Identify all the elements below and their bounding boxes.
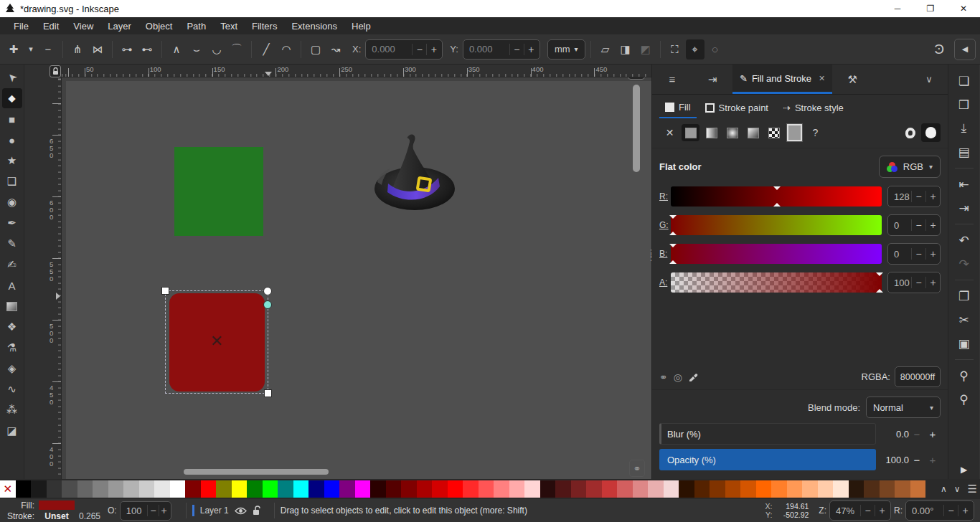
palette-swatch[interactable] xyxy=(432,480,448,498)
smooth-node-button[interactable]: ⌣ xyxy=(187,39,206,60)
opacity-increase-button[interactable]: + xyxy=(159,505,169,516)
menu-view[interactable]: View xyxy=(67,19,100,33)
box3d-tool[interactable]: ❑ xyxy=(2,171,22,191)
tab-fill[interactable]: Fill xyxy=(659,100,697,118)
palette-swatch[interactable] xyxy=(170,480,186,498)
palette-swatch[interactable] xyxy=(31,480,47,498)
palette-swatch-none[interactable]: ✕ xyxy=(0,480,16,498)
zoom-selection-button[interactable]: ⚲ xyxy=(953,365,975,386)
stroke-to-path-button[interactable]: ↝ xyxy=(326,39,345,60)
rotation-value[interactable]: 0.00° xyxy=(912,506,938,516)
palette-swatch[interactable] xyxy=(524,480,540,498)
palette-scroll-down-icon[interactable]: ∨ xyxy=(954,484,961,494)
pick-color-dropper-icon[interactable] xyxy=(688,371,699,382)
palette-swatch[interactable] xyxy=(232,480,248,498)
current-layer-label[interactable]: Layer 1 xyxy=(200,506,229,516)
palette-swatch[interactable] xyxy=(833,480,849,498)
alpha-value[interactable]: 100 xyxy=(894,277,910,288)
delete-segment-button[interactable]: ⊷ xyxy=(138,39,156,60)
spray-tool[interactable]: ⁂ xyxy=(2,400,22,420)
palette-swatch[interactable] xyxy=(355,480,371,498)
drawing-canvas[interactable]: ✕ 1:1 ⚭ xyxy=(62,77,651,479)
red-decrease-button[interactable]: − xyxy=(911,191,925,202)
palette-swatch[interactable] xyxy=(93,480,108,498)
palette-swatch[interactable] xyxy=(263,480,278,498)
palette-swatch[interactable] xyxy=(308,480,324,498)
alpha-increase-button[interactable]: + xyxy=(925,277,940,288)
new-document-button[interactable]: ❏ xyxy=(953,70,975,92)
pencil-tool[interactable]: ✎ xyxy=(2,234,22,254)
dropper-tool[interactable]: ⚗ xyxy=(2,338,22,358)
object-to-path-button[interactable]: ▢ xyxy=(306,39,325,60)
palette-swatch[interactable] xyxy=(108,480,124,498)
tab-stroke-paint[interactable]: Stroke paint xyxy=(699,100,774,118)
zoom-spinbox[interactable]: 47% − + xyxy=(829,500,891,521)
vertical-scrollbar[interactable] xyxy=(631,80,643,465)
palette-swatch[interactable] xyxy=(278,480,293,498)
alpha-spinbox[interactable]: 100 − + xyxy=(887,272,941,293)
red-spinbox[interactable]: 128 − + xyxy=(887,186,941,207)
objects-dialog-icon[interactable]: ≡ xyxy=(652,73,692,85)
alpha-slider[interactable] xyxy=(671,272,882,293)
linear-gradient-button[interactable] xyxy=(702,124,720,141)
opacity-decrease-button[interactable]: − xyxy=(909,454,925,466)
palette-swatch[interactable] xyxy=(756,480,772,498)
rgba-hex-input[interactable]: 800000ff xyxy=(895,366,941,387)
fill-rule-nonzero-button[interactable] xyxy=(921,123,941,142)
calligraphy-tool[interactable]: ✍ xyxy=(2,255,22,275)
show-handles-toggle[interactable]: ⌖ xyxy=(686,39,705,60)
y-decrease-button[interactable]: − xyxy=(509,44,524,55)
delete-node-button[interactable]: − xyxy=(39,39,57,60)
palette-swatch[interactable] xyxy=(694,480,710,498)
red-increase-button[interactable]: + xyxy=(925,191,940,202)
corner-node-button[interactable]: ∧ xyxy=(167,39,186,60)
open-document-button[interactable]: ❒ xyxy=(953,94,975,115)
rotation-decrease-button[interactable]: − xyxy=(943,505,958,516)
rotation-center-marker[interactable]: ✕ xyxy=(210,332,223,351)
opacity-increase-button[interactable]: + xyxy=(925,454,941,466)
unit-selector[interactable]: mm ▾ xyxy=(547,39,585,60)
palette-swatch[interactable] xyxy=(725,480,741,498)
mesh-gradient-button[interactable] xyxy=(744,124,762,141)
palette-scroll-up-icon[interactable]: ∧ xyxy=(941,484,947,494)
palette-swatch[interactable] xyxy=(586,480,602,498)
duplicate-button[interactable]: ❐ xyxy=(953,285,975,307)
horizontal-scrollbar-thumb[interactable] xyxy=(184,469,329,475)
horizontal-ruler[interactable]: 50100150200250300350400450 xyxy=(62,65,651,77)
radial-gradient-button[interactable] xyxy=(723,124,741,141)
export-dialog-icon[interactable]: ⇥ xyxy=(692,73,732,86)
xray-toggle[interactable]: ◩ xyxy=(636,39,655,60)
palette-swatch[interactable] xyxy=(540,480,556,498)
palette-swatch[interactable] xyxy=(880,480,895,498)
palette-swatch[interactable] xyxy=(494,480,509,498)
palette-swatch[interactable] xyxy=(787,480,803,498)
color-managed-view-toggle[interactable]: ⚭ xyxy=(629,460,645,477)
palette-swatch[interactable] xyxy=(771,480,787,498)
zoom-decrease-button[interactable]: − xyxy=(860,505,875,516)
join-segment-button[interactable]: ⊶ xyxy=(118,39,136,60)
palette-swatch[interactable] xyxy=(154,480,170,498)
palette-swatch[interactable] xyxy=(185,480,201,498)
blur-value[interactable]: 0.0 xyxy=(879,429,909,440)
palette-swatch[interactable] xyxy=(602,480,618,498)
palette-swatch[interactable] xyxy=(617,480,633,498)
snap-controls-icon[interactable]: Ͽ xyxy=(930,39,948,60)
tweak-tool[interactable]: ∿ xyxy=(2,379,22,399)
blue-slider[interactable] xyxy=(671,244,882,264)
object-opacity-value[interactable]: 100 xyxy=(126,506,142,516)
ellipse-tool[interactable]: ● xyxy=(2,130,22,150)
swatch-library-icon[interactable]: ⚭ xyxy=(659,371,668,383)
palette-swatch[interactable] xyxy=(339,480,355,498)
blur-decrease-button[interactable]: − xyxy=(909,428,925,440)
menu-file[interactable]: File xyxy=(7,19,35,33)
resize-handle-top-left[interactable] xyxy=(161,287,169,295)
blue-spinbox[interactable]: 0 − + xyxy=(887,243,941,265)
unknown-paint-button[interactable]: ? xyxy=(806,124,824,141)
collapse-snap-toolbar-button[interactable]: ◀ xyxy=(954,39,976,60)
eraser-tool[interactable]: ◪ xyxy=(2,421,22,441)
object-opacity-spinbox[interactable]: 100 − + xyxy=(120,501,171,521)
zoom-1-1-button[interactable]: 1:1 xyxy=(628,77,645,80)
rotation-spinbox[interactable]: 0.00° − + xyxy=(905,500,974,521)
palette-swatch[interactable] xyxy=(417,480,433,498)
palette-swatch[interactable] xyxy=(62,480,77,498)
